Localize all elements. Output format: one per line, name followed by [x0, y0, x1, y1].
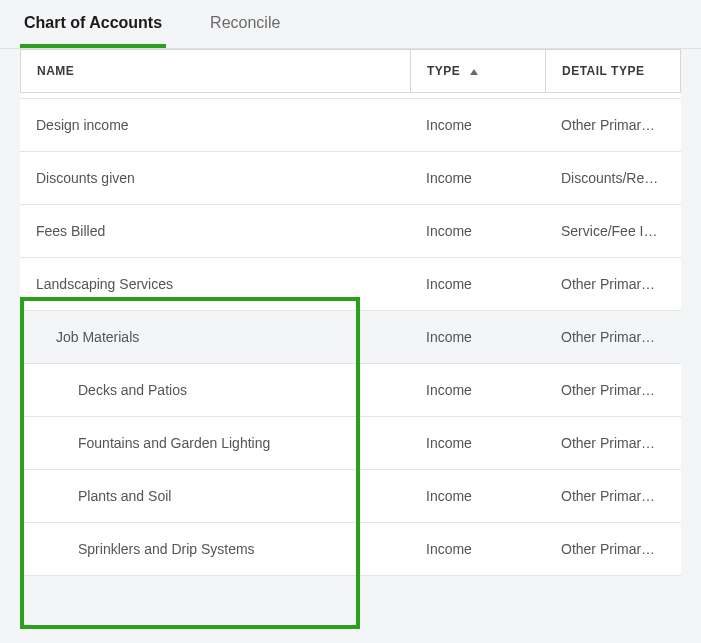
cell-detail: Discounts/Re… [545, 152, 680, 204]
cell-name: Plants and Soil [20, 470, 410, 522]
column-type-label: TYPE [427, 64, 460, 78]
table-row[interactable]: Job Materials Income Other Primar… [20, 311, 681, 364]
table-row[interactable]: Discounts given Income Discounts/Re… [20, 152, 681, 205]
cell-type: Income [410, 364, 545, 416]
tab-reconcile[interactable]: Reconcile [206, 0, 284, 48]
cell-type: Income [410, 311, 545, 363]
column-name-label: NAME [37, 64, 74, 78]
column-detail-type[interactable]: DETAIL TYPE [546, 50, 681, 93]
cell-type: Income [410, 205, 545, 257]
table-body: Design income Income Other Primar… Disco… [20, 93, 681, 576]
table-row[interactable]: Plants and Soil Income Other Primar… [20, 470, 681, 523]
cell-detail: Other Primar… [545, 99, 680, 151]
cell-name: Discounts given [20, 152, 410, 204]
table-row[interactable]: Sprinklers and Drip Systems Income Other… [20, 523, 681, 576]
cell-name: Fountains and Garden Lighting [20, 417, 410, 469]
cell-name: Sprinklers and Drip Systems [20, 523, 410, 575]
cell-detail: Other Primar… [545, 364, 680, 416]
table-header: NAME TYPE DETAIL TYPE [20, 49, 681, 93]
cell-name: Job Materials [20, 311, 410, 363]
cell-type: Income [410, 417, 545, 469]
cell-name: Landscaping Services [20, 258, 410, 310]
cell-type: Income [410, 99, 545, 151]
cell-name: Fees Billed [20, 205, 410, 257]
tabs-bar: Chart of Accounts Reconcile [0, 0, 701, 49]
cell-detail: Other Primar… [545, 470, 680, 522]
cell-detail: Other Primar… [545, 523, 680, 575]
sort-ascending-icon [470, 69, 478, 75]
cell-type: Income [410, 470, 545, 522]
cell-type: Income [410, 523, 545, 575]
tab-chart-of-accounts[interactable]: Chart of Accounts [20, 0, 166, 48]
cell-name: Design income [20, 99, 410, 151]
table-row[interactable]: Design income Income Other Primar… [20, 99, 681, 152]
accounts-table: NAME TYPE DETAIL TYPE Design income Inco… [0, 49, 701, 576]
cell-detail: Other Primar… [545, 258, 680, 310]
column-name[interactable]: NAME [21, 50, 411, 93]
column-detail-label: DETAIL TYPE [562, 64, 644, 78]
table-row[interactable]: Fountains and Garden Lighting Income Oth… [20, 417, 681, 470]
column-type[interactable]: TYPE [411, 50, 546, 93]
table-row[interactable]: Landscaping Services Income Other Primar… [20, 258, 681, 311]
cell-type: Income [410, 152, 545, 204]
cell-detail: Other Primar… [545, 417, 680, 469]
cell-type: Income [410, 258, 545, 310]
table-row[interactable]: Decks and Patios Income Other Primar… [20, 364, 681, 417]
cell-detail: Other Primar… [545, 311, 680, 363]
cell-detail: Service/Fee I… [545, 205, 680, 257]
cell-name: Decks and Patios [20, 364, 410, 416]
table-row[interactable]: Fees Billed Income Service/Fee I… [20, 205, 681, 258]
